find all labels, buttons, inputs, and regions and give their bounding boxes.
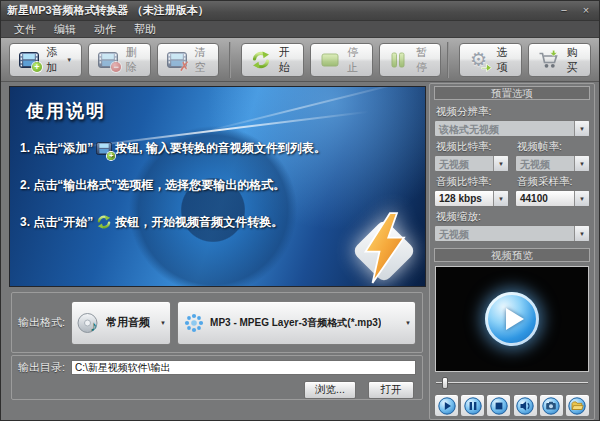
convert-arrows-icon	[251, 51, 271, 69]
minimize-button[interactable]: −	[557, 5, 571, 16]
open-folder-button[interactable]	[565, 394, 590, 417]
chevron-down-icon: ▼	[574, 226, 589, 241]
menubar: 文件 编辑 动作 帮助	[1, 21, 599, 38]
clear-button[interactable]: ✗ 清空	[157, 43, 220, 77]
app-window: 新星MP3音频格式转换器 （未注册版本） − × 文件 编辑 动作 帮助 + 添…	[0, 0, 600, 421]
minus-badge-icon: −	[111, 62, 121, 72]
menu-action[interactable]: 动作	[85, 22, 125, 37]
close-button[interactable]: ×	[579, 5, 593, 16]
preview-pause-button[interactable]	[460, 394, 485, 417]
format-name-value: MP3 - MPEG Layer-3音频格式(*.mp3)	[210, 316, 381, 330]
step3-text: 按钮，开始视频音频文件转换。	[115, 215, 283, 229]
audio-samplerate-value: 44100	[516, 191, 574, 206]
video-framerate-value: 无视频	[516, 156, 574, 171]
video-resolution-select[interactable]: 该格式无视频 ▼	[434, 120, 590, 137]
snapshot-button[interactable]	[539, 394, 564, 417]
menu-file[interactable]: 文件	[5, 22, 45, 37]
open-button[interactable]: 打开	[368, 381, 414, 399]
seek-thumb[interactable]	[442, 377, 448, 389]
format-name-select[interactable]: MP3 - MPEG Layer-3音频格式(*.mp3) ▼	[177, 301, 416, 345]
menu-help[interactable]: 帮助	[125, 22, 165, 37]
step1-text: 1. 点击“添加”	[20, 141, 93, 155]
audio-bitrate-select[interactable]: 128 kbps ▼	[434, 190, 509, 207]
audio-samplerate-select[interactable]: 44100 ▼	[515, 190, 590, 207]
video-bitrate-label: 视频比特率:	[436, 140, 509, 154]
window-title: 新星MP3音频格式转换器 （未注册版本）	[7, 3, 557, 18]
video-framerate-select[interactable]: 无视频 ▼	[515, 155, 590, 172]
buy-label: 购买	[564, 45, 582, 75]
banner-title: 使用说明	[26, 99, 106, 123]
convert-arrows-mini-icon	[96, 215, 112, 232]
audio-samplerate-label: 音频采样率:	[517, 175, 590, 189]
stop-button[interactable]: 停止	[310, 43, 373, 77]
video-preview-header: 视频预览	[434, 248, 590, 262]
svg-text:♪: ♪	[90, 317, 98, 334]
mp3-dots-icon	[182, 311, 206, 335]
lightning-logo	[343, 206, 421, 287]
start-button[interactable]: 开始	[241, 43, 304, 77]
right-panel: 预置选项 视频分辨率: 该格式无视频 ▼ 视频比特率: 视频帧率: 无视频 ▼ …	[429, 83, 595, 420]
output-directory-label: 输出目录:	[18, 360, 65, 375]
shopping-cart-icon	[538, 50, 560, 70]
video-scale-value: 无视频	[435, 226, 574, 241]
output-directory-input[interactable]	[71, 360, 416, 375]
stop-label: 停止	[343, 45, 362, 75]
add-button[interactable]: + 添加 ▼	[9, 43, 82, 77]
menu-edit[interactable]: 编辑	[45, 22, 85, 37]
pause-label: 暂停	[412, 45, 431, 75]
pause-button[interactable]: 暂停	[379, 43, 442, 77]
film-add-mini-icon: +	[96, 142, 112, 158]
cd-music-icon: ♪	[76, 310, 102, 336]
preset-options-header: 预置选项	[434, 86, 590, 100]
chevron-down-icon: ▼	[401, 320, 411, 326]
plus-badge-icon: +	[32, 62, 42, 72]
chevron-down-icon: ▼	[574, 156, 589, 171]
seek-slider[interactable]	[436, 377, 588, 389]
toolbar: + 添加 ▼ − 删除 ✗ 清空 开始	[1, 38, 599, 82]
step1-text: 按钮, 输入要转换的音视频文件到列表。	[115, 141, 326, 155]
step3-text: 3. 点击“开始”	[20, 215, 93, 229]
volume-button[interactable]	[513, 394, 538, 417]
chevron-down-icon: ▼	[493, 191, 508, 206]
browse-button[interactable]: 浏览...	[304, 381, 356, 399]
chevron-down-icon: ▼	[66, 57, 72, 63]
chevron-down-icon: ▼	[493, 156, 508, 171]
banner-step-2: 2. 点击“输出格式”选项框，选择您要输出的格式。	[20, 177, 421, 194]
video-bitrate-select[interactable]: 无视频 ▼	[434, 155, 509, 172]
options-button[interactable]: ⚙ 选项	[459, 43, 522, 77]
toolbar-separator	[447, 42, 449, 78]
film-add-icon: +	[19, 51, 39, 69]
delete-button[interactable]: − 删除	[88, 43, 151, 77]
pause-bars-icon	[389, 51, 408, 69]
start-label: 开始	[275, 45, 294, 75]
output-directory-group: 输出目录: 浏览... 打开	[11, 355, 423, 400]
format-category-select[interactable]: ♪ 常用音频 ▼	[71, 301, 171, 345]
audio-bitrate-value: 128 kbps	[435, 191, 493, 206]
chevron-down-icon: ▼	[574, 121, 589, 136]
titlebar: 新星MP3音频格式转换器 （未注册版本） − ×	[1, 1, 599, 21]
video-scale-label: 视频缩放:	[436, 210, 590, 224]
chevron-down-icon: ▼	[156, 320, 166, 326]
preview-stop-button[interactable]	[486, 394, 511, 417]
video-resolution-value: 该格式无视频	[435, 121, 574, 136]
add-label: 添加	[43, 45, 60, 75]
buy-button[interactable]: 购买	[528, 43, 592, 77]
seek-track	[436, 382, 588, 384]
format-category-value: 常用音频	[106, 315, 150, 330]
banner-step-1: 1. 点击“添加”+按钮, 输入要转换的音视频文件到列表。	[20, 140, 421, 158]
video-resolution-label: 视频分辨率:	[436, 105, 590, 119]
toolbar-separator	[229, 42, 231, 78]
video-framerate-label: 视频帧率:	[517, 140, 590, 154]
video-bitrate-value: 无视频	[435, 156, 493, 171]
media-player-logo-icon	[485, 292, 539, 346]
chevron-down-icon: ▼	[574, 191, 589, 206]
instructions-banner: 使用说明 1. 点击“添加”+按钮, 输入要转换的音视频文件到列表。 2. 点击…	[9, 86, 426, 287]
video-scale-select[interactable]: 无视频 ▼	[434, 225, 590, 242]
x-badge-icon: ✗	[179, 59, 190, 74]
preview-play-button[interactable]	[434, 394, 459, 417]
gear-icon: ⚙	[469, 50, 488, 70]
options-label: 选项	[492, 45, 511, 75]
clear-label: 清空	[191, 45, 210, 75]
film-clear-icon: ✗	[167, 51, 187, 69]
video-preview-area	[435, 266, 589, 372]
